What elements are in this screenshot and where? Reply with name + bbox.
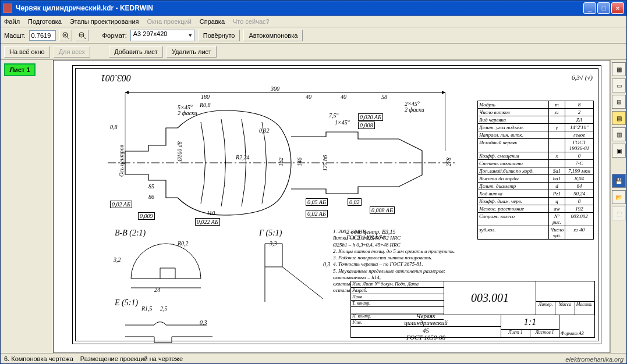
section-bb-label: В-В (2:1) bbox=[115, 229, 146, 238]
tol-0008: 0,008 bbox=[358, 122, 375, 129]
tol-002ab-1: 0,02 AБ bbox=[110, 201, 132, 208]
w86: 86 bbox=[148, 194, 154, 200]
dim-40a: 40 bbox=[306, 94, 311, 100]
sheet-tab-1[interactable]: Лист 1 bbox=[4, 63, 36, 76]
autolayout-button[interactable]: Автокомпоновка bbox=[243, 30, 303, 41]
tb-name2: цилиндрический bbox=[404, 319, 447, 326]
section-bb-view bbox=[114, 238, 224, 296]
minimize-button[interactable]: _ bbox=[583, 2, 596, 14]
drawing-frame: 003.001 6,3√ (√) bbox=[72, 65, 601, 344]
d278: 278 bbox=[445, 158, 452, 166]
window-title: Червяк цилиндрический.kdr - KEDRWIN bbox=[16, 4, 583, 12]
zoom-in-button[interactable] bbox=[59, 30, 72, 41]
app-icon bbox=[3, 3, 12, 13]
zoom-in-icon bbox=[62, 31, 70, 40]
tb-name1: Червяк bbox=[416, 312, 435, 319]
dim-180: 180 bbox=[201, 94, 210, 100]
zoom-out-button[interactable] bbox=[76, 30, 88, 41]
tol-005ab: 0,05 AБ bbox=[306, 198, 328, 206]
tol-002: 0,02 bbox=[348, 198, 362, 206]
main-view: 300 180 40 40 58 5×45° 2 фаски 2×45° 2 ф… bbox=[114, 96, 440, 212]
menu-projections: Окна проекций bbox=[147, 18, 192, 25]
format-select[interactable]: А3 297x420 bbox=[130, 30, 194, 41]
close-button[interactable]: × bbox=[611, 2, 624, 14]
tool-6[interactable]: ▣ bbox=[612, 144, 626, 158]
tool-3[interactable]: ⊞ bbox=[612, 95, 626, 109]
ch1x45: 1×45° bbox=[335, 119, 350, 126]
add-sheet-button[interactable]: Добавить лист bbox=[109, 46, 163, 58]
menubar: Файл Подготовка Этапы проектирования Окн… bbox=[1, 16, 626, 27]
ang75: 7,5° bbox=[329, 112, 339, 119]
tool-5[interactable]: ▥ bbox=[612, 127, 626, 141]
zoom-out-icon bbox=[78, 31, 86, 40]
menu-help[interactable]: Справка bbox=[200, 18, 225, 25]
for-all-button: Для всех bbox=[54, 46, 90, 58]
section-g-label: Г (5:1) bbox=[259, 229, 282, 238]
tb-number: 003.001 bbox=[471, 291, 509, 305]
d100d8: Ø100 d8 bbox=[176, 141, 183, 162]
tool-1[interactable]: ▦ bbox=[612, 62, 626, 76]
e-r15: R1,5 bbox=[141, 305, 153, 312]
d125h6: 125 h6 bbox=[322, 155, 328, 172]
w85: 85 bbox=[148, 183, 154, 190]
rotated-button[interactable]: Повёрнуто bbox=[198, 30, 240, 41]
tool-4[interactable]: ▤ bbox=[612, 111, 626, 125]
scale-input[interactable] bbox=[29, 30, 56, 41]
e-25: 2,5 bbox=[160, 305, 168, 312]
toolbar-2: На всё окно Для всех Добавить лист Удали… bbox=[1, 44, 626, 60]
tool-save-icon[interactable]: 💾 bbox=[612, 174, 626, 188]
section-e-view bbox=[119, 308, 218, 348]
toolbar-1: Масшт. Формат: А3 297x420 Повёрнуто Авто… bbox=[1, 27, 626, 44]
tool-2[interactable]: ▭ bbox=[612, 78, 626, 92]
tol-0022ab: 0,022 AБ bbox=[195, 218, 220, 226]
menu-file[interactable]: Файл bbox=[4, 18, 20, 25]
drawing-canvas[interactable]: 003.001 6,3√ (√) bbox=[53, 60, 610, 353]
menu-stages[interactable]: Этапы проектирования bbox=[70, 18, 139, 25]
statusbar: 6. Компоновка чертежа Размещение проекци… bbox=[1, 353, 626, 363]
t032: 0,32 bbox=[259, 127, 270, 134]
right-toolbar: ▦ ▭ ⊞ ▤ ▥ ▣ 💾 📂 ⬚ bbox=[610, 60, 626, 353]
svg-line-5 bbox=[83, 37, 86, 39]
status-step: 6. Компоновка чертежа bbox=[4, 355, 73, 362]
bb-32: 3,2 bbox=[114, 256, 121, 263]
bb-r02: R0,2 bbox=[178, 240, 189, 247]
menu-whatnow: Что сейчас? bbox=[233, 18, 270, 25]
r224: R2,24 bbox=[236, 154, 250, 160]
e-03: 0,3 bbox=[200, 319, 207, 326]
maximize-button[interactable]: □ bbox=[597, 2, 610, 14]
g-03: 0,3 bbox=[323, 261, 331, 267]
tol-0020ab: 0,020 AБ bbox=[358, 113, 383, 121]
menu-prep[interactable]: Подготовка bbox=[28, 18, 62, 25]
titlebar: Червяк цилиндрический.kdr - KEDRWIN _ □ … bbox=[1, 1, 626, 16]
drawing-number-rotated: 003.001 bbox=[101, 73, 131, 83]
section-e-label: Е (5:1) bbox=[115, 298, 138, 308]
dim-58: 58 bbox=[381, 94, 387, 100]
d146: 146 bbox=[296, 158, 303, 166]
format-label: Формат: bbox=[102, 32, 127, 39]
surface-roughness-mark: 6,3√ (√) bbox=[572, 74, 593, 81]
d08-ch: 0,8 bbox=[110, 124, 118, 130]
w110: 110 bbox=[207, 210, 215, 216]
tol-0008ab: 0,008 AБ bbox=[370, 206, 395, 214]
r08: R0,8 bbox=[200, 102, 211, 108]
watermark: elektromehanika.org bbox=[565, 356, 624, 363]
axis-note: Ось центров bbox=[118, 145, 125, 177]
parameters-table: Модульm8Число витковz₁2Вид червякаZAДели… bbox=[477, 101, 594, 240]
chamfer-note-2: 2 фаски bbox=[178, 110, 197, 116]
tol-0009: 0,009 bbox=[138, 212, 155, 220]
delete-sheet-button[interactable]: Удалить лист bbox=[167, 46, 217, 58]
scale-label: Масшт. bbox=[4, 32, 26, 39]
section-g-view bbox=[253, 238, 341, 308]
bb-24: 24 bbox=[154, 287, 160, 293]
d162: 162 bbox=[278, 158, 284, 166]
tool-disabled: ⬚ bbox=[612, 206, 626, 220]
tool-open-icon[interactable]: 📂 bbox=[612, 190, 626, 204]
tol-002ab-2: 0,02 AБ bbox=[306, 210, 328, 217]
fit-window-button[interactable]: На всё окно bbox=[4, 46, 50, 58]
g-33: 3,3 bbox=[270, 240, 277, 247]
title-block: Изм. Лист N° докум. Подп. ДатаРазраб.Про… bbox=[350, 281, 595, 338]
svg-line-1 bbox=[67, 37, 69, 39]
status-action: Размещение проекций на чертеже bbox=[80, 355, 183, 362]
dim-300: 300 bbox=[271, 85, 279, 92]
dim-40b: 40 bbox=[341, 94, 346, 100]
